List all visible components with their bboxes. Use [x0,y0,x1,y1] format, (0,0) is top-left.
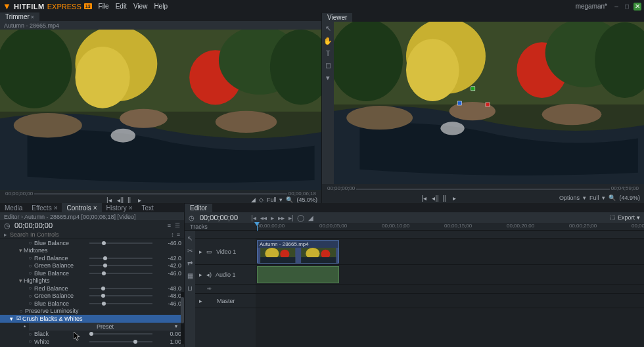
slider[interactable] [89,265,152,266]
menu-icon[interactable]: ☰ [175,222,180,229]
sort-icon[interactable]: ↕ [171,231,174,238]
slice-tool-icon[interactable]: ✂ [187,247,193,254]
chevron-right-icon[interactable]: ▸ [4,231,7,238]
volume-icon[interactable]: ◢ [251,197,256,203]
keyframe-icon[interactable]: ○ [26,293,34,299]
zoom-icon[interactable]: 🔍 [286,197,293,203]
slider[interactable] [89,243,152,244]
select-tool-icon[interactable]: ↖ [325,24,331,33]
keyframe-icon[interactable]: ○ [26,240,34,246]
preset-dropdown[interactable]: Preset [29,323,181,331]
prop-value[interactable]: 0.00 [158,331,181,337]
keyframe-icon[interactable]: ○ [26,285,34,291]
export-button[interactable]: ⬚Export▾ [610,214,640,221]
prop-value[interactable]: -46.0 [158,270,181,277]
menu-view[interactable]: View [133,3,148,10]
keyframe-icon[interactable]: ○ [17,308,25,314]
keyframe-icon[interactable]: ○ [26,300,34,306]
menu-edit[interactable]: Edit [116,3,127,10]
clock-icon[interactable]: ◷ [4,221,11,230]
user-label[interactable]: megaman* [576,3,607,10]
keyframe-icon[interactable]: ○ [26,331,34,337]
chevron-down-icon[interactable]: ▾ [279,197,283,203]
prop-label[interactable]: Preserve Luminosity [25,308,79,314]
editor-tab[interactable]: Editor [185,204,212,212]
zoom-value[interactable]: (45.0%) [296,197,317,203]
more-tool-icon[interactable]: ▾ [326,74,330,82]
play-button[interactable]: ▸ [453,195,459,201]
prop-value[interactable]: -48.0 [158,292,181,299]
effect-label[interactable]: Crush Blacks & Whites [22,315,83,322]
zoom-icon[interactable]: 🔍 [609,195,616,201]
collapse-icon[interactable]: ▾ [17,247,24,254]
slider[interactable] [89,333,152,335]
prop-value[interactable]: -48.0 [158,285,181,292]
slip-tool-icon[interactable]: ⇄ [187,260,193,267]
clock-icon[interactable]: ◷ [189,214,195,221]
trimmer-timebar[interactable]: 00;00;00;00 00;00;06;18 [0,191,321,197]
list-icon[interactable]: ≡ [177,231,180,238]
prev-frame-button[interactable]: |◂ [106,197,113,203]
tab-media[interactable]: Media [0,203,27,212]
close-button[interactable]: ✕ [633,3,641,11]
play-button[interactable]: ▸ [271,214,274,221]
maximize-button[interactable]: □ [623,3,631,11]
collapse-icon[interactable]: ▾ [17,277,24,284]
prop-value[interactable]: -42.0 [158,255,181,262]
checkbox-icon[interactable]: ☑ [14,315,22,321]
zoom-value[interactable]: (44.9%) [619,195,640,201]
text-tool-icon[interactable]: T [326,49,331,57]
audio-clip[interactable] [257,266,339,283]
track-tool-icon[interactable]: ◻ [325,61,331,70]
viewer-tab[interactable]: Viewer [322,13,352,22]
expand-icon[interactable]: ▸ [199,271,202,278]
chevron-down-icon[interactable]: ▾ [602,195,605,201]
end-button[interactable]: ▸| [288,214,294,221]
link-icon[interactable]: ⚮ [207,286,212,292]
slider[interactable] [89,258,152,259]
prop-value[interactable]: -46.0 [158,240,181,246]
collapse-icon[interactable]: ▾ [8,315,14,322]
viewer-preview[interactable] [334,22,644,184]
options-dropdown[interactable]: Options [559,195,580,201]
hand-tool-icon[interactable]: ✋ [323,37,333,45]
tab-effects[interactable]: Effects× [27,203,62,212]
play-button[interactable]: ▸ [138,197,145,203]
timeline-ruler[interactable]: 00;00;00;00 00;00;05;00 00;00;10;00 00;0… [256,223,644,230]
menu-file[interactable]: File [99,3,109,10]
prop-value[interactable]: -46.0 [158,300,181,307]
controls-timecode[interactable]: 00;00;00;00 [14,221,53,229]
track-header-audio1[interactable]: ▸ ◂) Audio 1 [195,265,256,285]
keyframe-icon[interactable]: ○ [26,263,34,269]
editor-timecode[interactable]: 00;00;00;00 [200,214,238,221]
loop-button[interactable]: ◯ [297,214,304,221]
tab-history[interactable]: History× [102,203,137,212]
section-label[interactable]: Midtones [24,247,48,254]
search-input[interactable] [10,231,168,238]
step-fwd-button[interactable]: ||▸ [442,195,449,201]
expand-icon[interactable]: ▸ [199,248,202,255]
prev-button[interactable]: ◂◂ [260,214,267,221]
step-back-button[interactable]: ◂|| [432,195,438,201]
select-tool-icon[interactable]: ↖ [187,235,193,242]
next-button[interactable]: ▸▸ [278,214,285,221]
viewer-timebar[interactable]: 00;00;00;00 00;04;59;00 [322,184,644,193]
loop-icon[interactable]: ◇ [259,197,264,203]
track-header-master[interactable]: ▸ Master [195,294,256,308]
keyframe-icon[interactable]: ○ [26,255,34,261]
chevron-down-icon[interactable]: ▾ [583,195,586,201]
close-icon[interactable]: × [31,14,34,20]
keyframe-icon[interactable]: ○ [26,338,34,344]
step-back-button[interactable]: ◂|| [117,197,124,203]
slider[interactable] [89,273,152,274]
tab-controls[interactable]: Controls× [62,203,101,212]
timeline[interactable]: Autumn - 28665.mp4 [256,231,644,347]
minimize-button[interactable]: – [612,3,620,11]
quality-dropdown[interactable]: Full [267,197,277,203]
snap-tool-icon[interactable]: ⊔ [187,285,193,292]
menu-help[interactable]: Help [154,3,168,10]
scrollbar[interactable] [181,292,184,344]
list-icon[interactable]: ≡ [168,222,171,229]
rate-tool-icon[interactable]: ▦ [187,272,193,279]
home-button[interactable]: |◂ [251,214,256,221]
